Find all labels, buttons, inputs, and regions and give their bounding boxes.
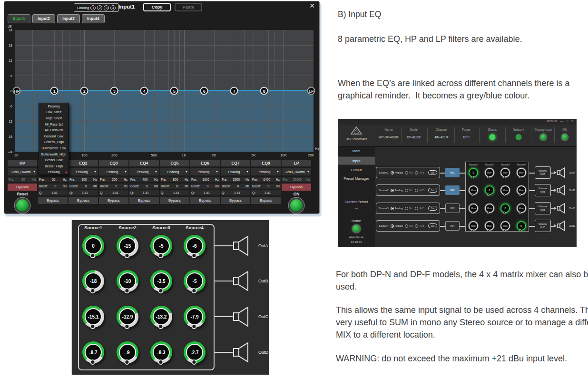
bypass-button[interactable]: Bypass (38, 197, 68, 204)
mixer-knob[interactable]: -15 (117, 235, 138, 257)
mini-volume-box[interactable]: Volume0dB (535, 184, 551, 196)
bypass-button[interactable]: Bypass (69, 197, 98, 204)
filter-menu-item-7[interactable]: Butterworth_Low (39, 145, 69, 151)
radio-option3[interactable]: AVB (415, 207, 424, 210)
filter-menu-item-3[interactable]: All_Pass-1st (39, 121, 69, 127)
on-knob[interactable] (289, 198, 304, 213)
q-field[interactable]: Q:1.41 (160, 190, 189, 195)
radio-option2[interactable]: Mic (405, 171, 413, 174)
eq-marker-2[interactable]: 2 (80, 87, 88, 95)
bypass-button[interactable]: Bypass (160, 197, 189, 204)
filter-type-select[interactable]: Peaking▼ (251, 168, 281, 175)
radio-option3[interactable]: AVB (415, 171, 424, 174)
mini-matrix-knob[interactable]: 0 (500, 204, 510, 213)
mini-matrix-knob[interactable]: Mute (485, 221, 494, 231)
mixer-knob[interactable]: -10 (117, 270, 138, 292)
mini-matrix-knob[interactable]: 0 (517, 221, 526, 231)
mixer-knob[interactable]: -15.1 (82, 306, 104, 328)
bypass-button[interactable]: Bypass (251, 197, 281, 204)
mini-matrix-knob[interactable]: Mute (469, 185, 478, 195)
mixer-knob[interactable]: -12.9 (117, 306, 138, 328)
eq-marker-lp[interactable]: LP (307, 87, 315, 95)
tab-input3[interactable]: Input3 (57, 14, 80, 23)
freq-field[interactable]: Fre:200Hz (99, 177, 128, 182)
tab-input1[interactable]: Input1 (8, 14, 30, 23)
radio-option2[interactable]: Mic (405, 207, 413, 210)
linking-channel-3[interactable]: 3 (104, 5, 109, 10)
filter-type-select[interactable]: 12dB_Bworth▼ (282, 168, 311, 175)
input-route-box[interactable]: IN3 (445, 204, 460, 213)
filter-menu-item-8[interactable]: Butterworth_High (39, 151, 69, 157)
mini-volume-box[interactable]: Volume0dB (535, 166, 551, 179)
mixer-knob[interactable]: -8.7 (82, 341, 104, 363)
mixer-knob[interactable]: -7.9 (184, 306, 206, 328)
mini-matrix-knob[interactable]: Mute (485, 168, 494, 177)
eq-marker-6[interactable]: 6 (200, 87, 208, 95)
freq-field[interactable]: Fre:6400Hz (251, 177, 281, 182)
filter-type-select[interactable]: Peaking▼ (221, 168, 250, 175)
display-lock-knob[interactable] (539, 133, 548, 141)
mini-matrix-knob[interactable]: Mute (517, 168, 526, 177)
mini-source-button[interactable]: 1st (428, 188, 437, 193)
sidebar-item-main[interactable]: Main (338, 149, 375, 153)
mini-matrix-knob[interactable]: 0 (469, 168, 478, 177)
input-route-box[interactable]: IN4 (445, 221, 460, 231)
eq-marker-8[interactable]: 8 (260, 87, 268, 95)
eq-marker-5[interactable]: 5 (170, 87, 178, 95)
tab-input2[interactable]: Input2 (32, 14, 55, 23)
radio-analog[interactable]: Analog (391, 207, 403, 210)
filter-menu-item-0[interactable]: Peaking (39, 103, 69, 109)
boost-field[interactable]: Boost:0dB (38, 184, 68, 189)
mini-source-button[interactable]: 1st (428, 170, 437, 175)
filter-menu-item-5[interactable]: General_Low (39, 133, 69, 139)
bypass-button[interactable]: Bypass (221, 197, 250, 204)
mixer-knob[interactable]: -2.7 (184, 341, 206, 363)
on-knob[interactable] (561, 133, 569, 141)
input-route-box[interactable]: IN2 (445, 185, 460, 195)
tab-input4[interactable]: Input4 (82, 14, 105, 23)
filter-type-select[interactable]: Peaking▼ (129, 168, 159, 175)
linking-group[interactable]: Linking 1234 (74, 3, 119, 12)
eq-marker-4[interactable]: 4 (140, 87, 148, 95)
radio-analog[interactable]: Analog (391, 189, 403, 192)
input-route-box[interactable]: IN1 (445, 168, 460, 177)
mini-source-button[interactable]: 1st (428, 206, 437, 211)
close-icon[interactable]: ✕ (309, 2, 315, 10)
mixer-knob[interactable]: -8.3 (150, 341, 172, 363)
q-field[interactable]: Q:1.41 (129, 190, 159, 195)
filter-menu-item-11[interactable]: Peaking◀ (39, 169, 69, 175)
q-field[interactable]: Q:1.41 (38, 190, 68, 195)
filter-menu-item-6[interactable]: General_High (39, 139, 69, 145)
boost-field[interactable]: Boost:0dB (221, 184, 250, 189)
mini-matrix-knob[interactable]: 0 (485, 185, 494, 195)
freq-field[interactable]: Fre:50Hz (38, 177, 68, 182)
linking-channel-1[interactable]: 1 (90, 5, 96, 10)
q-field[interactable]: Q:1.41 (190, 190, 220, 195)
radio-analog[interactable]: Analog (391, 171, 403, 174)
freq-field[interactable]: Fre:100Hz (69, 177, 98, 182)
bypass-button[interactable]: Bypass (282, 184, 311, 191)
linking-channel-4[interactable]: 4 (110, 5, 116, 10)
mini-source-button[interactable]: 1st (428, 223, 437, 228)
filter-type-select[interactable]: Peaking▼ (69, 168, 98, 175)
mixer-knob[interactable]: -18 (82, 270, 104, 292)
boost-field[interactable]: Boost:0dB (69, 184, 98, 189)
mini-matrix-knob[interactable]: Mute (500, 221, 510, 231)
eq-marker-7[interactable]: 7 (230, 87, 238, 95)
filter-type-select[interactable]: Peaking▼ (190, 168, 220, 175)
bypass-button[interactable]: Bypass (190, 197, 220, 204)
mini-matrix-knob[interactable]: Mute (469, 204, 478, 213)
freq-field[interactable]: Fre:400Hz (129, 177, 159, 182)
radio-option3[interactable]: AVB (415, 189, 424, 192)
mini-matrix-knob[interactable]: Mute (485, 204, 494, 213)
bypass-button[interactable]: Bypass (129, 197, 159, 204)
minimize-icon[interactable]: ─ (560, 119, 563, 123)
freq-field[interactable]: Fre:1600Hz (190, 177, 220, 182)
eq-marker-1[interactable]: 1 (50, 87, 59, 95)
boost-field[interactable]: Boost:0dB (129, 184, 159, 189)
q-field[interactable]: Q:1.41 (99, 190, 128, 195)
mixer-knob[interactable]: 0 (82, 235, 104, 257)
radio-option3[interactable]: AVB (415, 224, 424, 228)
radio-analog[interactable]: Analog (391, 224, 403, 228)
sidebar-item-preset-manager[interactable]: Preset Manager (338, 176, 375, 181)
